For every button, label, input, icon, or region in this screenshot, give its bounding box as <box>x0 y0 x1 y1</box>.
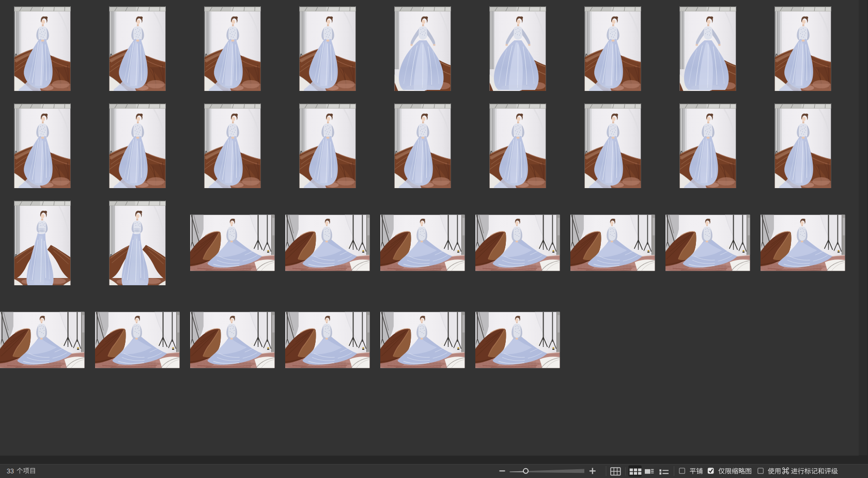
svg-text:33: 33 <box>7 468 14 475</box>
